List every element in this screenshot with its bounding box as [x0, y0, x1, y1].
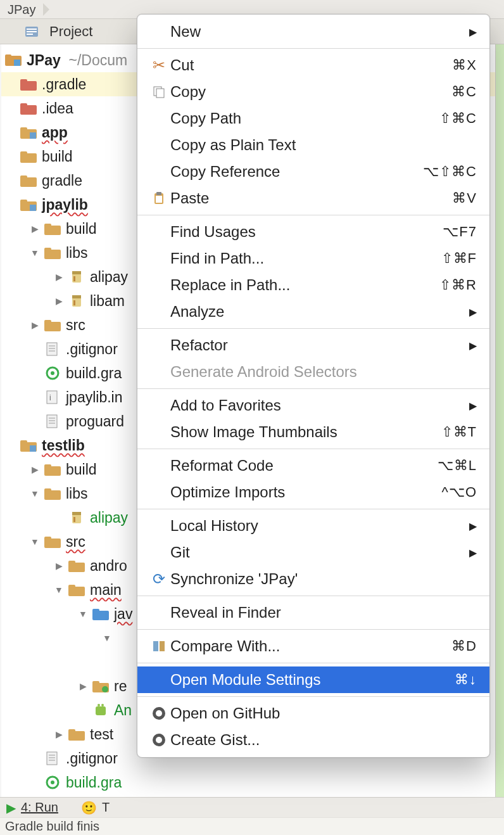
- menu-item[interactable]: Find in Path...⇧⌘F: [137, 245, 489, 272]
- menu-item-label: Analyze: [170, 303, 469, 321]
- svg-rect-10: [20, 103, 27, 108]
- menu-item-label: Paste: [170, 189, 452, 207]
- collapse-icon[interactable]: ▼: [101, 632, 113, 644]
- menu-item-shortcut: ⌥⌘L: [438, 457, 477, 474]
- menu-item-label: Find Usages: [170, 223, 443, 241]
- svg-rect-29: [72, 295, 81, 298]
- menu-item-shortcut: ⇧⌘F: [441, 250, 477, 267]
- menu-item-label: Git: [170, 544, 469, 561]
- folder-red-icon: [20, 101, 37, 115]
- menu-item[interactable]: Compare With...⌘D: [137, 633, 489, 660]
- tree-label: proguard: [66, 413, 124, 430]
- svg-rect-20: [30, 205, 36, 211]
- tree-label: build: [66, 220, 97, 238]
- svg-rect-56: [44, 537, 51, 541]
- terminal-item-icon[interactable]: 🙂: [81, 800, 97, 815]
- expand-icon[interactable]: ▶: [77, 680, 89, 692]
- menu-item[interactable]: Copy as Plain Text: [137, 132, 489, 158]
- tree-row[interactable]: ▶build.gra: [1, 770, 504, 794]
- collapse-icon[interactable]: ▼: [29, 247, 41, 258]
- tree-label: src: [66, 317, 85, 334]
- jar-icon: [68, 270, 85, 284]
- menu-item[interactable]: Create Gist...: [137, 727, 489, 753]
- svg-rect-27: [73, 276, 75, 281]
- folder-icon: [44, 318, 61, 332]
- editor-gutter: [495, 44, 504, 797]
- menu-item[interactable]: New▶: [137, 18, 489, 45]
- tree-label: gradle: [42, 172, 82, 189]
- expand-icon[interactable]: ▶: [29, 223, 41, 234]
- menu-item[interactable]: Replace in Path...⇧⌘R: [137, 272, 489, 298]
- tree-root-name: JPay: [27, 52, 61, 69]
- menu-separator: [137, 629, 489, 630]
- menu-item[interactable]: Analyze▶: [137, 298, 489, 325]
- svg-rect-5: [5, 54, 11, 58]
- menu-item[interactable]: Reformat Code⌥⌘L: [137, 452, 489, 479]
- expand-icon[interactable]: ▶: [53, 729, 65, 740]
- menu-separator: [137, 663, 489, 663]
- expand-icon[interactable]: ▶: [53, 295, 65, 307]
- menu-item-shortcut: ⌘D: [451, 638, 477, 654]
- menu-item-shortcut: ⌘X: [452, 57, 477, 73]
- menu-item[interactable]: Open Module Settings⌘↓: [137, 666, 489, 693]
- tool-window-bar[interactable]: ▶ 4: Run 🙂 T: [0, 797, 504, 817]
- expand-icon[interactable]: ▶: [29, 464, 41, 475]
- project-icon: [25, 27, 38, 37]
- menu-item[interactable]: Copy Path⇧⌘C: [137, 105, 489, 132]
- menu-item-label: Compare With...: [170, 637, 451, 655]
- collapse-icon[interactable]: ▼: [29, 536, 41, 547]
- menu-item[interactable]: Git▶: [137, 539, 489, 566]
- menu-item-label: Copy: [170, 83, 451, 101]
- menu-item-label: Find in Path...: [170, 250, 441, 267]
- svg-rect-78: [156, 89, 164, 98]
- status-bar: Gradle build finis: [0, 817, 504, 835]
- menu-item-shortcut: ⌘↓: [455, 672, 477, 688]
- tree-label: .gitignor: [66, 750, 118, 767]
- run-icon[interactable]: ▶: [6, 800, 16, 815]
- tree-label: src: [66, 533, 85, 551]
- collapse-icon[interactable]: ▼: [29, 488, 41, 499]
- menu-item[interactable]: Find Usages⌥F7: [137, 219, 489, 245]
- breadcrumb-item[interactable]: JPay: [4, 0, 43, 19]
- module-icon: [20, 198, 37, 212]
- menu-item[interactable]: Refactor▶: [137, 332, 489, 359]
- menu-separator: [137, 328, 489, 329]
- menu-item[interactable]: Add to Favorites▶: [137, 392, 489, 419]
- svg-point-76: [51, 781, 54, 784]
- svg-rect-70: [68, 729, 75, 734]
- menu-item[interactable]: Open on GitHub: [137, 700, 489, 727]
- svg-rect-58: [68, 561, 75, 565]
- collapse-icon[interactable]: ▼: [53, 584, 65, 596]
- project-panel-title: Project: [49, 23, 92, 40]
- expand-icon[interactable]: ▶: [53, 271, 65, 283]
- menu-item[interactable]: Local History▶: [137, 513, 489, 539]
- run-toolwindow[interactable]: 4: Run: [21, 800, 58, 815]
- menu-item-label: Local History: [170, 517, 469, 535]
- expand-icon[interactable]: ▶: [29, 319, 41, 331]
- tree-label: build: [66, 461, 97, 478]
- sync-icon: ⟳: [148, 570, 170, 588]
- jar-icon: [68, 294, 85, 308]
- compare-icon: [148, 639, 170, 653]
- menu-item[interactable]: Show Image Thumbnails⇧⌘T: [137, 419, 489, 445]
- svg-rect-41: [47, 415, 57, 428]
- svg-rect-39: [47, 391, 57, 404]
- menu-item[interactable]: Paste⌘V: [137, 185, 489, 212]
- collapse-icon[interactable]: ▼: [77, 608, 89, 620]
- menu-item-shortcut: ⌥F7: [443, 224, 477, 240]
- menu-item[interactable]: ⟳Synchronize 'JPay': [137, 566, 489, 592]
- menu-item[interactable]: Reveal in Finder: [137, 599, 489, 626]
- menu-item[interactable]: Optimize Imports^⌥O: [137, 479, 489, 506]
- context-menu[interactable]: New▶✂Cut⌘XCopy⌘CCopy Path⇧⌘CCopy as Plai…: [137, 14, 490, 758]
- menu-item[interactable]: Copy⌘C: [137, 79, 489, 105]
- svg-point-67: [98, 704, 100, 706]
- menu-item-label: Copy Reference: [170, 163, 423, 181]
- menu-item-label: Copy as Plain Text: [170, 136, 477, 154]
- expand-icon[interactable]: ▶: [53, 560, 65, 571]
- svg-point-87: [156, 737, 162, 743]
- menu-item[interactable]: ✂Cut⌘X: [137, 52, 489, 79]
- file-x-icon: i: [44, 390, 61, 404]
- terminal-item[interactable]: T: [102, 800, 110, 815]
- menu-item[interactable]: Copy Reference⌥⇧⌘C: [137, 158, 489, 185]
- svg-rect-30: [73, 300, 75, 305]
